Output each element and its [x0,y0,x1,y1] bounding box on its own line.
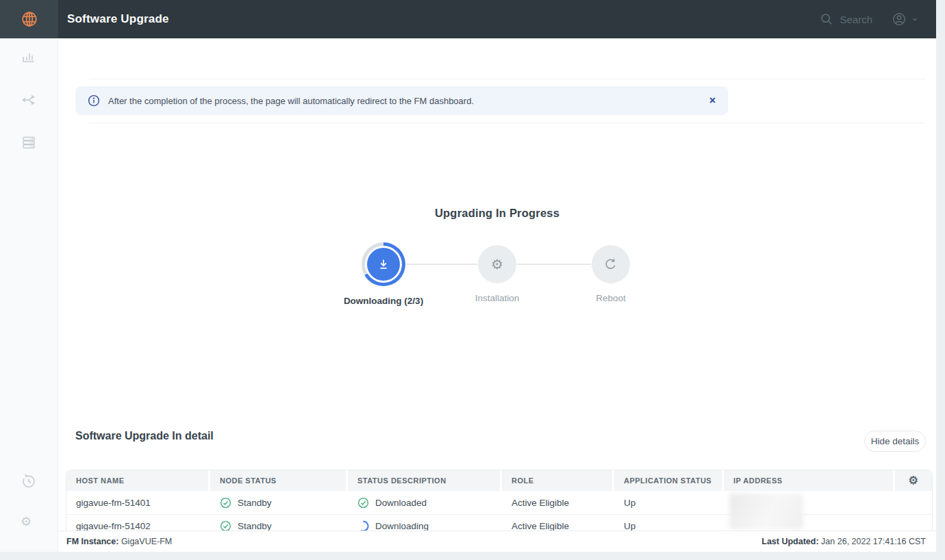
topbar-actions: Search [820,12,936,27]
fm-instance: FM Instance: GigaVUE-FM [66,537,172,546]
sidebar-item-settings[interactable]: ⚙ [21,514,37,531]
bar-chart-icon [21,48,37,64]
gear-icon: ⚙ [491,257,503,271]
search-button[interactable]: Search [820,12,872,26]
last-updated: Last Updated: Jan 26, 2022 17:41:16 CST [761,537,926,546]
node-status-text: Standby [238,498,272,508]
chevron-down-icon [911,16,918,23]
cell-host-name: gigavue-fm-51401 [66,491,210,514]
check-circle-icon [220,497,231,509]
download-icon [376,257,391,272]
redacted-ip-blur [729,494,803,529]
step-label-installation: Installation [475,293,520,303]
status-description-text: Downloading [375,521,429,531]
user-menu[interactable] [892,12,918,27]
main-content: After the completion of the process, the… [58,38,936,552]
step-downloading: Downloading (2/3) [327,242,440,306]
banner-message: After the completion of the process, the… [108,96,474,106]
top-bar: Software Upgrade Search [0,0,936,38]
table-settings-button[interactable]: ⚙ [895,470,932,491]
cell-actions [895,491,932,514]
info-banner: After the completion of the process, the… [75,86,728,115]
step-reboot: Reboot [554,242,668,306]
cell-role: Active Eligible [502,491,614,514]
gear-icon: ⚙ [909,475,919,486]
status-description-text: Downloaded [375,498,427,508]
page-title: Software Upgrade [67,12,169,26]
banner-close-icon[interactable]: × [709,95,716,106]
traffic-flow-icon [21,92,37,108]
user-icon [892,12,907,27]
last-updated-label: Last Updated: [761,537,818,546]
sidebar-item-inventory[interactable] [21,134,37,151]
info-icon [88,94,100,107]
separator-below-banner [89,123,926,123]
column-header-ip-address: IP ADDRESS [724,470,893,491]
check-circle-icon [357,497,369,509]
table-header-row: HOST NAME NODE STATUS STATUS DESCRIPTION… [66,470,932,491]
cell-application-status: Up [614,491,724,514]
progress-ring [362,242,405,286]
history-icon [21,473,37,489]
step-label-downloading: Downloading (2/3) [344,296,423,306]
upgrade-stepper: Downloading (2/3) ⚙ Installation [327,242,668,306]
status-footer: FM Instance: GigaVUE-FM Last Updated: Ja… [58,531,936,552]
app-window: Software Upgrade Search [0,0,936,552]
column-header-host-name: HOST NAME [66,470,208,491]
left-sidebar: ⚙ [0,38,58,552]
server-icon [21,134,37,151]
sidebar-item-history[interactable] [21,473,37,489]
step-label-reboot: Reboot [596,293,626,303]
detail-section-title: Software Upgrade In detail [75,430,214,442]
separator-top [89,79,926,79]
sidebar-item-dashboard[interactable] [21,48,37,64]
column-header-status-description: STATUS DESCRIPTION [348,470,500,491]
cell-status-description: Downloaded [348,491,502,514]
sidebar-item-traffic[interactable] [21,92,37,108]
cell-node-status: Standby [210,491,348,514]
reboot-icon [603,257,618,272]
step-installation: ⚙ Installation [440,242,554,306]
search-label: Search [840,14,872,25]
fm-instance-value: GigaVUE-FM [121,537,172,546]
globe-logo-icon [21,10,38,28]
fm-instance-label: FM Instance: [66,537,118,546]
column-header-role: ROLE [502,470,612,491]
search-icon [820,12,833,26]
gear-icon: ⚙ [21,515,32,529]
last-updated-value: Jan 26, 2022 17:41:16 CST [821,537,926,546]
column-header-node-status: NODE STATUS [210,470,346,491]
progress-title: Upgrading In Progress [58,207,936,220]
node-status-text: Standby [238,521,272,531]
app-logo[interactable] [0,0,58,38]
column-header-application-status: APPLICATION STATUS [614,470,722,491]
hide-details-button[interactable]: Hide details [864,431,926,452]
